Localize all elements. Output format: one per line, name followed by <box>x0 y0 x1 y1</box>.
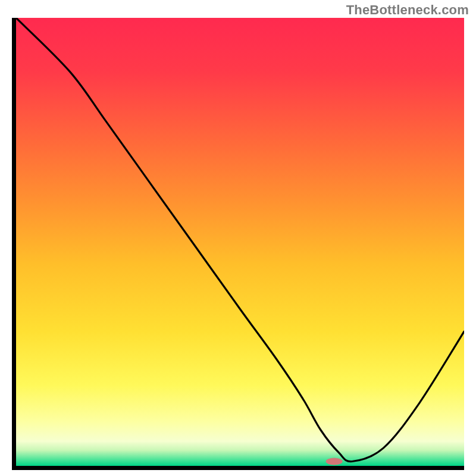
bottleneck-marker <box>326 458 343 465</box>
chart-svg <box>16 18 464 466</box>
watermark-text: TheBottleneck.com <box>346 2 469 18</box>
gradient-background <box>16 18 464 466</box>
chart-plot-area <box>16 18 464 466</box>
